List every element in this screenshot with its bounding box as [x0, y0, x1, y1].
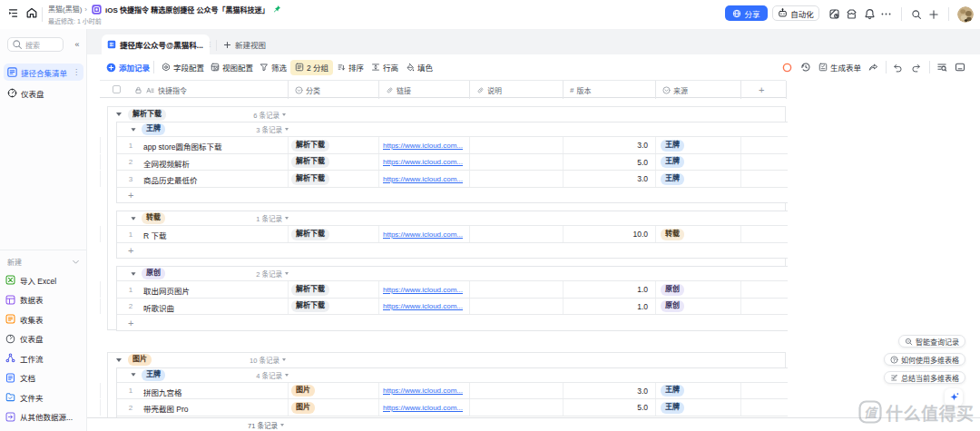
- field-config-button[interactable]: 字段配置: [162, 54, 204, 80]
- link-cell[interactable]: https://www.icloud.com...: [383, 404, 466, 412]
- link-cell[interactable]: https://www.icloud.com...: [383, 175, 466, 183]
- row-height-button[interactable]: 行高: [371, 54, 398, 80]
- subgroup-name-badge[interactable]: 原创: [142, 268, 165, 279]
- subgroup-header[interactable]: 转载1 条记录: [117, 211, 788, 226]
- new-view-button[interactable]: 新建视图: [223, 34, 266, 54]
- search-icon[interactable]: [910, 8, 922, 20]
- table-row[interactable]: 1R 下载解析下载https://www.icloud.com...10.0转载: [117, 226, 788, 243]
- new-item-datasource[interactable]: 从其他数据源...: [4, 410, 83, 423]
- undo-icon[interactable]: [893, 54, 903, 80]
- source-tag[interactable]: 王牌: [661, 385, 684, 397]
- category-tag[interactable]: 解析下载: [291, 300, 329, 312]
- collapse-sidebar-button[interactable]: «: [70, 37, 84, 52]
- version-cell[interactable]: 3.0: [563, 174, 648, 183]
- new-item-excel[interactable]: 导入 Excel: [4, 274, 83, 287]
- home-icon[interactable]: [24, 5, 38, 19]
- redo-icon[interactable]: [911, 54, 921, 80]
- subgroup-header[interactable]: 王牌3 条记录: [117, 122, 788, 137]
- ai-ring-icon[interactable]: [782, 54, 792, 80]
- new-item-formcollect[interactable]: 收集表: [4, 313, 83, 326]
- link-cell[interactable]: https://www.icloud.com...: [383, 387, 466, 395]
- table-row[interactable]: 1拼图九宫格图片https://www.icloud.com...3.0王牌: [117, 383, 788, 400]
- record-title-cell[interactable]: R 下载: [143, 230, 167, 240]
- group-collapse-icon[interactable]: [116, 113, 122, 116]
- version-cell[interactable]: 1.0: [563, 302, 648, 311]
- subgroup-name-badge[interactable]: 转载: [142, 212, 165, 224]
- doc-title[interactable]: iOS 快捷指令 精选原创捷径 公众号「黑猫科技迷」: [105, 5, 269, 16]
- sidebar-search-input[interactable]: 搜索: [7, 37, 64, 52]
- tab-active-view[interactable]: 捷径库公众号@黑猫科... ⋮: [102, 34, 210, 54]
- subgroup-collapse-icon[interactable]: [131, 373, 135, 376]
- table-row[interactable]: 3商品历史最低价解析下载https://www.icloud.com...3.0…: [117, 171, 788, 188]
- source-tag[interactable]: 王牌: [661, 156, 684, 168]
- version-cell[interactable]: 5.0: [563, 403, 648, 412]
- sort-button[interactable]: 排序: [337, 54, 364, 80]
- record-title-cell[interactable]: 带壳截图 Pro: [143, 403, 189, 414]
- automation-button[interactable]: 自动化: [772, 5, 819, 21]
- new-item-datatable[interactable]: 数据表: [4, 293, 83, 306]
- fill-color-button[interactable]: 填色: [406, 54, 433, 80]
- filter-button[interactable]: 筛选: [260, 54, 287, 80]
- new-section-header[interactable]: 新建: [7, 257, 80, 267]
- widget-panel-icon[interactable]: [955, 54, 965, 80]
- subgroup-collapse-icon[interactable]: [131, 128, 135, 131]
- record-title-cell[interactable]: 商品历史最低价: [143, 174, 198, 185]
- item-more-icon[interactable]: ⋮: [73, 68, 80, 76]
- record-title-cell[interactable]: 听歌识曲: [143, 302, 174, 313]
- version-cell[interactable]: 10.0: [563, 230, 648, 239]
- subgroup-header[interactable]: 王牌4 条记录: [117, 368, 788, 383]
- source-tag[interactable]: 王牌: [661, 402, 684, 414]
- table-row[interactable]: 2带壳截图 Pro图片https://www.icloud.com...5.0王…: [117, 399, 788, 416]
- table-row[interactable]: 1app store圆角图标下载解析下载https://www.icloud.c…: [117, 137, 788, 154]
- link-cell[interactable]: https://www.icloud.com...: [383, 302, 466, 310]
- app-publish-icon[interactable]: [846, 8, 858, 20]
- record-title-cell[interactable]: 取出网页图片: [143, 285, 190, 296]
- new-item-workflow[interactable]: 工作流: [4, 352, 83, 365]
- source-tag[interactable]: 原创: [661, 300, 684, 312]
- link-cell[interactable]: https://www.icloud.com...: [383, 142, 466, 150]
- share-view-icon[interactable]: [868, 54, 878, 80]
- notification-bell-icon[interactable]: [864, 8, 876, 20]
- group-header[interactable]: 解析下载6 条记录: [108, 107, 785, 122]
- record-title-cell[interactable]: 拼图九宫格: [143, 387, 182, 397]
- version-cell[interactable]: 3.0: [563, 141, 648, 150]
- source-tag[interactable]: 原创: [661, 284, 684, 296]
- sidebar-item-dashboard[interactable]: 仪表盘: [4, 84, 83, 102]
- table-row[interactable]: 1取出网页图片解析下载https://www.icloud.com...1.0原…: [117, 281, 788, 299]
- subgroup-name-badge[interactable]: 王牌: [142, 123, 165, 135]
- more-icon[interactable]: [880, 8, 892, 20]
- subgroup-record-count[interactable]: 3 条记录: [256, 122, 289, 136]
- breadcrumb[interactable]: 黑猫(黑猫)›: [48, 5, 87, 15]
- chip-how-to-use[interactable]: 如何使用多维表格: [884, 353, 965, 366]
- category-tag[interactable]: 图片: [291, 402, 315, 414]
- table-row[interactable]: 2全网视频解析解析下载https://www.icloud.com...5.0王…: [117, 154, 788, 171]
- subgroup-record-count[interactable]: 2 条记录: [256, 267, 289, 280]
- category-tag[interactable]: 解析下载: [291, 229, 329, 240]
- source-tag[interactable]: 王牌: [661, 173, 684, 185]
- chip-smart-query[interactable]: 智能查询记录: [898, 335, 965, 348]
- link-cell[interactable]: https://www.icloud.com...: [383, 230, 466, 239]
- new-item-doc[interactable]: 文档: [4, 371, 83, 384]
- generate-form-button[interactable]: 生成表单: [818, 54, 861, 80]
- sidebar-toggle-icon[interactable]: [6, 6, 19, 19]
- table-row[interactable]: 2听歌识曲解析下载https://www.icloud.com...1.0原创: [117, 299, 788, 316]
- new-item-gauge2[interactable]: 仪表盘: [4, 332, 83, 345]
- group-record-count[interactable]: 10 条记录: [250, 353, 286, 367]
- new-item-folder[interactable]: 文件夹: [4, 391, 83, 404]
- category-tag[interactable]: 解析下载: [291, 156, 329, 168]
- history-icon[interactable]: [800, 54, 811, 80]
- total-record-count[interactable]: 71 条记录: [87, 418, 284, 431]
- version-cell[interactable]: 1.0: [563, 285, 648, 294]
- group-name-badge[interactable]: 图片: [128, 354, 152, 366]
- widget-icon[interactable]: [828, 8, 840, 20]
- version-cell[interactable]: 3.0: [563, 387, 648, 396]
- add-record-row[interactable]: +: [117, 188, 788, 205]
- version-cell[interactable]: 5.0: [563, 158, 648, 167]
- create-plus-icon[interactable]: [927, 8, 939, 20]
- subgroup-collapse-icon[interactable]: [131, 272, 135, 275]
- category-tag[interactable]: 解析下载: [291, 284, 329, 296]
- subgroup-record-count[interactable]: 4 条记录: [256, 368, 289, 382]
- chip-summarize-table[interactable]: 总结当前多维表格: [884, 371, 965, 384]
- record-title-cell[interactable]: 全网视频解析: [143, 158, 190, 169]
- group-record-count[interactable]: 6 条记录: [253, 107, 286, 122]
